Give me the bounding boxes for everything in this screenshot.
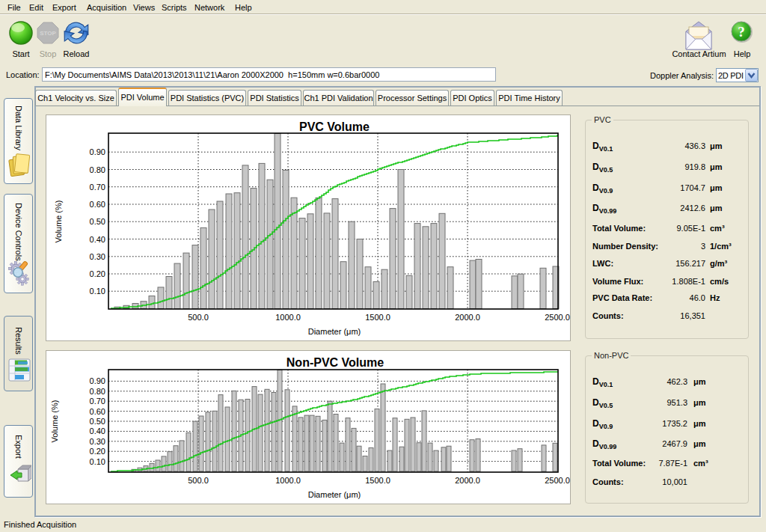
svg-text:0.80: 0.80 — [90, 165, 105, 174]
svg-text:0.50: 0.50 — [90, 217, 105, 226]
svg-text:0.70: 0.70 — [90, 183, 105, 192]
svg-text:0.90: 0.90 — [90, 376, 105, 385]
svg-text:0.80: 0.80 — [90, 387, 105, 396]
svg-text:1500.0: 1500.0 — [365, 476, 390, 485]
svg-text:2000.0: 2000.0 — [455, 313, 480, 322]
svg-text:1500.0: 1500.0 — [365, 313, 390, 322]
svg-text:0.20: 0.20 — [90, 447, 105, 456]
svg-text:2000.0: 2000.0 — [455, 476, 480, 485]
svg-text:0.50: 0.50 — [90, 417, 105, 426]
svg-text:0.90: 0.90 — [90, 147, 105, 156]
svg-text:500.0: 500.0 — [188, 313, 209, 322]
svg-text:PVC Volume: PVC Volume — [299, 120, 370, 133]
svg-text:Diameter (μm): Diameter (μm) — [308, 327, 361, 336]
svg-text:0.40: 0.40 — [90, 235, 105, 244]
svg-text:500.0: 500.0 — [188, 476, 209, 485]
svg-text:0.70: 0.70 — [90, 397, 105, 406]
svg-text:2500.0: 2500.0 — [545, 313, 570, 322]
svg-text:Diameter (μm): Diameter (μm) — [308, 490, 361, 499]
svg-text:Non-PVC Volume: Non-PVC Volume — [287, 356, 384, 369]
svg-text:2500.0: 2500.0 — [545, 476, 570, 485]
svg-text:0.40: 0.40 — [90, 426, 105, 435]
svg-text:0.60: 0.60 — [90, 407, 105, 416]
svg-text:0.20: 0.20 — [90, 269, 105, 278]
svg-text:0.30: 0.30 — [90, 437, 105, 446]
svg-text:1000.0: 1000.0 — [275, 313, 301, 322]
svg-text:0.60: 0.60 — [90, 200, 105, 209]
svg-text:0.30: 0.30 — [90, 252, 105, 261]
svg-text:1000.0: 1000.0 — [275, 476, 301, 485]
svg-text:0.10: 0.10 — [90, 457, 105, 466]
svg-text:Volume (%): Volume (%) — [50, 400, 59, 443]
svg-text:Volume (%): Volume (%) — [54, 201, 63, 243]
svg-text:0.10: 0.10 — [90, 287, 105, 296]
